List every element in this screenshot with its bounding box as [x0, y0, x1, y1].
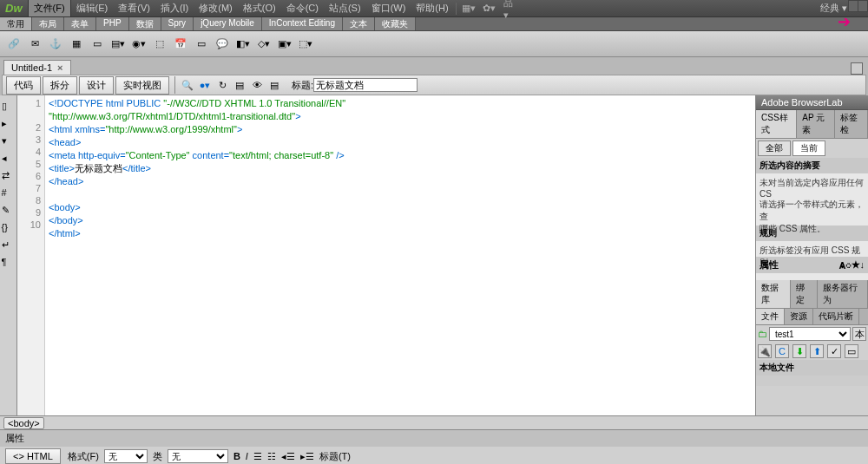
menu-view[interactable]: 查看(V) [113, 0, 155, 16]
menu-window[interactable]: 窗口(W) [366, 0, 411, 16]
comment-icon[interactable]: 💬 [213, 36, 232, 53]
highlight-icon[interactable]: ✎ [2, 205, 16, 219]
sort-az-icon[interactable]: Aႄ [839, 260, 852, 271]
view-live-button[interactable]: 实时视图 [115, 76, 169, 95]
refresh-icon[interactable]: ↻ [214, 77, 230, 93]
tab-ap-elements[interactable]: AP 元素 [797, 110, 834, 138]
format-select[interactable]: 无 [104, 449, 148, 463]
media-icon[interactable]: ◉▾ [129, 36, 148, 53]
tab-jquery[interactable]: jQuery Mobile [194, 17, 262, 30]
tab-files[interactable]: 文件 [756, 309, 785, 324]
title-input[interactable] [313, 78, 418, 92]
site-select[interactable]: test1 [769, 327, 851, 341]
file-mgmt-icon[interactable]: ▤ [232, 77, 247, 93]
menu-insert[interactable]: 插入(I) [155, 0, 194, 16]
head-icon[interactable]: ◧▾ [233, 36, 253, 53]
close-icon[interactable]: × [57, 62, 62, 73]
tab-css-styles[interactable]: CSS样式 [756, 110, 797, 138]
workspace-switcher[interactable]: 经典 ▾ [820, 2, 847, 15]
doc-maximize-button[interactable] [851, 62, 863, 75]
code-editor[interactable]: <!DOCTYPE html PUBLIC "-//W3C//DTD XHTML… [45, 95, 755, 429]
email-icon[interactable]: ✉ [25, 36, 44, 53]
bold-icon[interactable]: B [233, 451, 240, 461]
view-code-button[interactable]: 代码 [6, 76, 41, 95]
menu-commands[interactable]: 命令(C) [281, 0, 324, 16]
preview-icon[interactable]: 👁 [249, 77, 265, 93]
view-select[interactable]: 本 [852, 327, 866, 341]
tab-favorites[interactable]: 收藏夹 [375, 17, 416, 30]
view-split-button[interactable]: 拆分 [43, 76, 77, 95]
hidden-chars-icon[interactable]: ¶ [2, 257, 16, 271]
ol-icon[interactable]: ☷ [267, 451, 276, 462]
menu-format[interactable]: 格式(O) [238, 0, 281, 16]
connect-icon[interactable]: 🔌 [758, 344, 772, 358]
word-wrap-icon[interactable]: ↵ [2, 239, 16, 253]
expand-icon[interactable]: ▾ [2, 135, 16, 149]
select-parent-icon[interactable]: ◂ [2, 153, 16, 167]
tab-data[interactable]: 数据 [129, 17, 161, 30]
properties-panel-header[interactable]: 属性 [0, 430, 868, 447]
balance-icon[interactable]: ⇄ [2, 170, 16, 184]
tab-bindings[interactable]: 绑定 [791, 280, 818, 308]
tab-text[interactable]: 文本 [343, 17, 375, 30]
tab-database[interactable]: 数据库 [756, 280, 791, 308]
table-icon[interactable]: ▦ [67, 36, 86, 53]
options-icon[interactable]: ▤ [266, 77, 282, 93]
tab-assets[interactable]: 资源 [785, 309, 813, 324]
layout-icon[interactable]: ▦▾ [462, 3, 476, 15]
script-icon[interactable]: ◇▾ [254, 36, 273, 53]
sort-category-icon[interactable]: ★↓ [852, 259, 865, 271]
ul-icon[interactable]: ☰ [253, 451, 262, 462]
anchor-icon[interactable]: ⚓ [46, 36, 65, 53]
line-numbers-icon[interactable]: # [2, 187, 16, 201]
tag-body[interactable]: <body> [3, 417, 44, 429]
view-design-button[interactable]: 设计 [79, 76, 114, 95]
templates-icon[interactable]: ▣▾ [275, 36, 294, 53]
browserlab-panel-header[interactable]: Adobe BrowserLab [756, 95, 868, 110]
scope-all[interactable]: 全部 [758, 141, 791, 156]
menu-site[interactable]: 站点(S) [324, 0, 366, 16]
ssi-icon[interactable]: ▭ [192, 36, 211, 53]
tab-spry[interactable]: Spry [161, 17, 194, 30]
maximize-button[interactable] [858, 0, 868, 12]
image-icon[interactable]: ▤▾ [108, 36, 128, 53]
tab-snippets[interactable]: 代码片断 [813, 309, 859, 324]
site-icon[interactable]: 品▾ [503, 3, 517, 15]
collapse-icon[interactable]: ▸ [2, 118, 16, 132]
tag-chooser-icon[interactable]: ⬚▾ [296, 36, 315, 53]
refresh-icon[interactable]: C [775, 344, 789, 358]
tab-server-behaviors[interactable]: 服务器行为 [818, 280, 868, 308]
div-icon[interactable]: ▭ [88, 36, 107, 53]
tab-common[interactable]: 常用 [0, 17, 32, 30]
local-files-body[interactable] [756, 376, 868, 386]
put-icon[interactable]: ⬆ [810, 344, 824, 358]
menu-modify[interactable]: 修改(M) [194, 0, 238, 16]
extend-icon[interactable]: ✿▾ [483, 3, 496, 15]
expand-icon[interactable]: ▭ [845, 344, 858, 358]
open-documents-icon[interactable]: ▯ [2, 101, 16, 114]
syntax-icon[interactable]: {} [2, 222, 16, 236]
indent-icon[interactable]: ▸☰ [300, 451, 314, 462]
document-tab[interactable]: Untitled-1 × [3, 60, 71, 75]
tab-layout[interactable]: 布局 [32, 17, 64, 30]
class-select[interactable]: 无 [168, 449, 228, 463]
outdent-icon[interactable]: ◂☰ [281, 451, 295, 462]
menu-file[interactable]: 文件(F) [28, 0, 71, 17]
scope-current[interactable]: 当前 [792, 141, 825, 156]
menu-edit[interactable]: 编辑(E) [71, 0, 114, 16]
hyperlink-icon[interactable]: 🔗 [4, 36, 23, 53]
html-mode-button[interactable]: <> HTML [5, 448, 61, 464]
menu-help[interactable]: 帮助(H) [411, 0, 453, 16]
checkout-icon[interactable]: ✓ [827, 344, 841, 358]
tab-forms[interactable]: 表单 [64, 17, 96, 30]
inspect-icon[interactable]: 🔍 [180, 77, 195, 93]
browser-icon[interactable]: ●▾ [197, 77, 213, 93]
tab-tag-inspector[interactable]: 标签检 [835, 110, 868, 138]
tab-php[interactable]: PHP [96, 17, 129, 30]
date-icon[interactable]: 📅 [171, 36, 190, 53]
line-gutter: 1 2 3 4 5 6 7 8 9 10 [17, 95, 45, 429]
tab-incontext[interactable]: InContext Editing [262, 17, 343, 30]
get-icon[interactable]: ⬇ [792, 344, 806, 358]
italic-icon[interactable]: I [246, 451, 248, 461]
widget-icon[interactable]: ⬚ [150, 36, 169, 53]
